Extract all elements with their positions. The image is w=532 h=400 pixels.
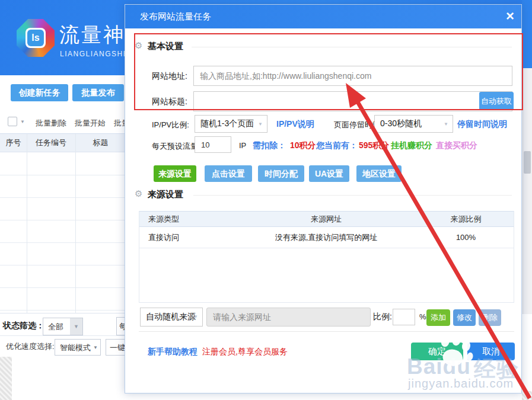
source-type-select[interactable]: 自动随机来源 ▼ (140, 308, 203, 327)
current-points-label: 您当前有： (316, 140, 358, 151)
register-member-link[interactable]: 注册会员,尊享会员服务 (202, 347, 288, 357)
footer-divider (139, 331, 514, 332)
select-all-checkbox[interactable] (8, 117, 17, 126)
status-filter-select[interactable]: 全部 ▼ (43, 318, 83, 335)
add-button[interactable]: 添加 (426, 309, 450, 326)
screen: ls 流量神器 LIANGLIANGSHENQI 创建新任务 批量发布 ▼ 批量… (0, 0, 532, 400)
speed-select-label: 优化速度选择: (6, 341, 55, 352)
tab-ua-settings[interactable]: UA设置 (309, 165, 349, 182)
website-url-input[interactable] (193, 66, 512, 86)
status-filter-row: 状态筛选： 全部 ▼ 每 (0, 313, 126, 335)
tab-time-allocation[interactable]: 时间分配 (258, 165, 304, 182)
section-divider (193, 195, 512, 196)
auto-get-button[interactable]: 自动获取 (479, 92, 514, 110)
status-filter-value: 全部 (48, 322, 63, 331)
source-settings-title: 来源设置 (148, 189, 183, 200)
source-table-header: 来源类型 来源网址 来源比例 (139, 211, 514, 227)
close-icon[interactable]: × (506, 9, 514, 23)
current-points-value: 595积分 (359, 140, 389, 151)
ippv-ratio-select[interactable]: 随机1-3个页面 ▼ (195, 115, 267, 133)
buy-points-link[interactable]: 直接买积分 (436, 140, 477, 151)
source-table: 来源类型 来源网址 来源比例 直接访问 没有来源,直接访问填写的网址 100% (139, 211, 514, 303)
batch-publish-button[interactable]: 批量发布 (72, 84, 124, 101)
caret-down-icon: ▼ (258, 121, 263, 127)
ok-button[interactable]: 确定 (411, 343, 463, 360)
earn-points-link[interactable]: 挂机赚积分 (391, 140, 432, 151)
modify-button[interactable]: 修改 (453, 309, 476, 326)
batch-start-link[interactable]: 批量开始 (75, 118, 106, 129)
task-table-header: 序号 任务编号 标题 (0, 133, 126, 152)
create-task-button[interactable]: 创建新任务 (11, 84, 68, 101)
resize-grip-texture (0, 357, 12, 400)
scrollbar-track[interactable] (523, 68, 532, 314)
deduct-value: 10积分 (290, 140, 316, 151)
source-type-header: 来源类型 (139, 214, 234, 225)
delete-button[interactable]: 删除 (479, 309, 501, 326)
gear-icon: ⚙ (135, 188, 142, 199)
column-header-index: 序号 (0, 137, 27, 148)
task-table-body (0, 153, 126, 313)
publish-task-dialog: 发布网站流量任务 × ⚙ 基本设置 网站地址: 网站标题: 自动获取 IP/PV… (125, 4, 522, 393)
tab-click-settings[interactable]: 点击设置 (205, 165, 252, 182)
stay-time-value: 0-30秒随机 (380, 119, 422, 128)
source-url-input[interactable] (206, 308, 371, 327)
daily-traffic-label: 每天预设流量: (152, 141, 200, 152)
resize-grip[interactable] (522, 391, 532, 400)
basic-settings-title: 基本设置 (148, 41, 183, 52)
website-title-input[interactable] (193, 91, 512, 111)
status-filter-caret-icon[interactable]: ▼ (70, 318, 82, 335)
app-logo-letters: ls (27, 30, 44, 46)
ippv-ratio-label: IP/PV比例: (152, 120, 189, 130)
scrollbar-thumb[interactable] (524, 151, 531, 174)
ippv-help-link[interactable]: IP/PV说明 (276, 119, 314, 130)
source-table-row[interactable]: 直接访问 没有来源,直接访问填写的网址 100% (139, 227, 514, 248)
source-type-value: 自动随机来源 (146, 312, 196, 321)
stay-time-help-link[interactable]: 停留时间说明 (457, 119, 507, 130)
tab-source-settings[interactable]: 来源设置 (154, 165, 196, 182)
batch-delete-link[interactable]: 批量删除 (36, 118, 66, 129)
cancel-button[interactable]: 取消 (467, 343, 515, 360)
ratio-label: 比例: (373, 312, 392, 322)
select-dropdown-caret-icon[interactable]: ▼ (20, 119, 25, 124)
website-url-label: 网站地址: (152, 71, 187, 82)
stay-time-select[interactable]: 0-30秒随机 ▼ (374, 115, 453, 133)
column-divider (27, 134, 27, 313)
dialog-title: 发布网站流量任务 (140, 11, 211, 23)
one-key-button-clipped[interactable]: 一键 (106, 339, 127, 356)
status-filter-label: 状态筛选： (3, 321, 44, 331)
caret-down-icon: ▼ (444, 121, 448, 127)
tab-region-settings[interactable]: 地区设置 (356, 165, 402, 182)
ippv-ratio-value: 随机1-3个页面 (200, 119, 254, 128)
daily-traffic-input[interactable] (195, 136, 231, 153)
daily-traffic-unit: IP (239, 141, 246, 150)
column-header-task-id: 任务编号 (27, 137, 75, 148)
dialog-header: 发布网站流量任务 × (125, 5, 521, 28)
speed-mode-select[interactable]: 智能模式 ▼ (55, 339, 101, 356)
section-divider (192, 47, 512, 47)
caret-down-icon: ▼ (193, 314, 198, 319)
ratio-input[interactable] (393, 309, 415, 325)
source-url-cell: 没有来源,直接访问填写的网址 (234, 232, 418, 243)
website-title-label: 网站标题: (152, 97, 187, 107)
source-ratio-cell: 100% (418, 233, 514, 242)
column-divider (75, 134, 76, 313)
source-url-header: 来源网址 (234, 214, 418, 225)
speed-mode-caret-icon: ▼ (93, 345, 98, 350)
newbie-help-link[interactable]: 新手帮助教程 (148, 347, 197, 357)
deduct-label: 需扣除： (253, 140, 286, 151)
percent-label: % (419, 312, 426, 321)
column-header-title: 标题 (75, 137, 126, 148)
gear-icon: ⚙ (135, 40, 142, 51)
speed-select-row: 优化速度选择: 智能模式 ▼ 一键 (0, 335, 126, 357)
main-header-edge (522, 0, 532, 68)
source-type-cell: 直接访问 (139, 232, 234, 243)
source-ratio-header: 来源比例 (418, 214, 514, 225)
speed-mode-value: 智能模式 (60, 343, 91, 352)
